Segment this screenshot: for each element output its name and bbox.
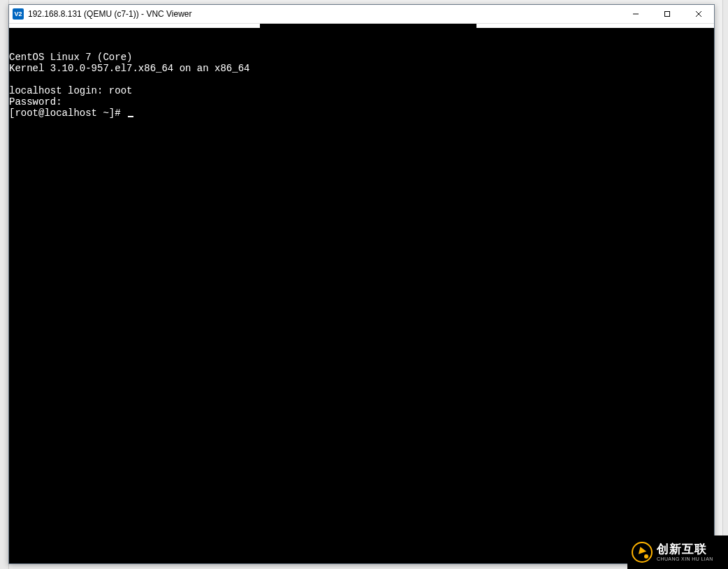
terminal-prompt: [root@localhost ~]# — [9, 108, 126, 119]
watermark-en: CHUANG XIN HU LIAN — [657, 556, 713, 561]
window-title: 192.168.8.131 (QEMU (c7-1)) - VNC Viewer — [28, 9, 620, 19]
terminal-line: localhost login: root — [9, 85, 132, 96]
close-icon — [695, 10, 702, 17]
svg-rect-1 — [664, 12, 669, 17]
background-right-edge — [722, 0, 728, 569]
vnc-content-area[interactable]: CentOS Linux 7 (Core) Kernel 3.10.0-957.… — [9, 24, 714, 563]
terminal-prompt-line: [root@localhost ~]# — [9, 108, 133, 119]
watermark-badge: 创新互联 CHUANG XIN HU LIAN — [627, 535, 728, 569]
maximize-button[interactable] — [651, 5, 683, 23]
window-control-buttons — [620, 5, 714, 23]
watermark-cn: 创新互联 — [657, 543, 713, 555]
maximize-icon — [664, 10, 671, 17]
terminal-line: CentOS Linux 7 (Core) — [9, 52, 132, 63]
close-button[interactable] — [683, 5, 714, 23]
vnc-viewer-window: V2 192.168.8.131 (QEMU (c7-1)) - VNC Vie… — [8, 4, 715, 564]
vnc-app-icon: V2 — [13, 8, 24, 20]
terminal-line: Password: — [9, 96, 62, 108]
watermark-logo-icon — [632, 542, 653, 563]
watermark-text: 创新互联 CHUANG XIN HU LIAN — [657, 543, 713, 561]
terminal-cursor — [128, 116, 133, 117]
minimize-icon — [632, 10, 639, 17]
window-titlebar[interactable]: V2 192.168.8.131 (QEMU (c7-1)) - VNC Vie… — [9, 5, 714, 24]
minimize-button[interactable] — [620, 5, 651, 23]
linux-terminal[interactable]: CentOS Linux 7 (Core) Kernel 3.10.0-957.… — [9, 28, 714, 563]
terminal-line: Kernel 3.10.0-957.el7.x86_64 on an x86_6… — [9, 63, 249, 74]
